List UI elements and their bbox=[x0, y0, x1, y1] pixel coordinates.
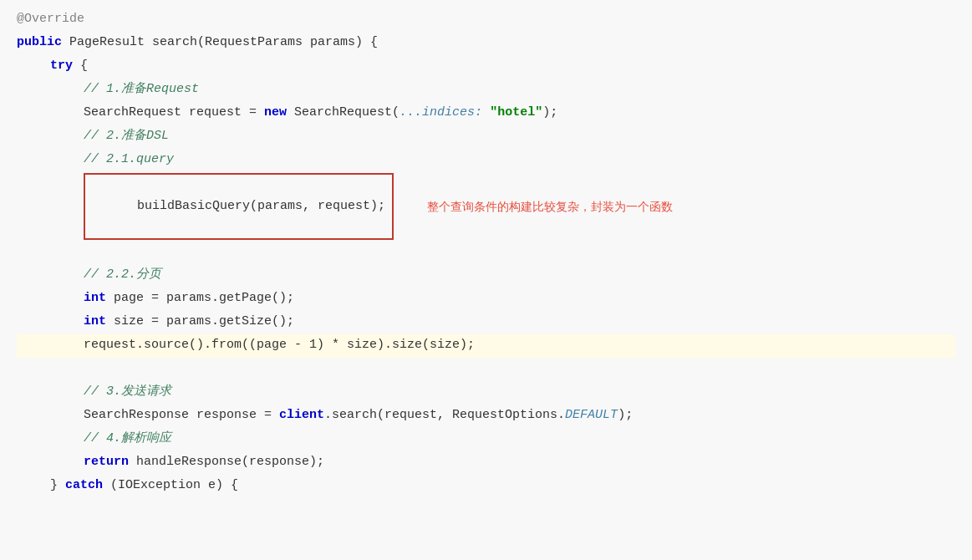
line-return: return handleResponse(response); bbox=[17, 451, 955, 475]
line-override: @Override bbox=[17, 8, 955, 32]
comment-3: // 3.发送请求 bbox=[84, 382, 171, 402]
boxed-build-query: buildBasicQuery(params, request); bbox=[84, 173, 394, 240]
search-request-call: SearchRequest( bbox=[287, 103, 399, 123]
search-end: ); bbox=[618, 405, 633, 425]
line-int-size: int size = params.getSize(); bbox=[17, 311, 955, 334]
keyword-int-page: int bbox=[84, 288, 106, 308]
method-signature: PageResult search(RequestParams params) … bbox=[62, 33, 378, 53]
try-brace: { bbox=[73, 56, 88, 76]
comment-2-1: // 2.1.query bbox=[84, 150, 174, 170]
catch-brace-open: } bbox=[50, 476, 65, 496]
line-comment22: // 2.2.分页 bbox=[17, 264, 955, 288]
param-hint: ...indices: bbox=[399, 103, 490, 123]
line-method-sig: public PageResult search(RequestParams p… bbox=[17, 32, 955, 55]
line-catch: } catch (IOException e) { bbox=[17, 475, 955, 498]
code-editor: @Override public PageResult search(Reque… bbox=[0, 0, 972, 560]
search-request-end: ); bbox=[542, 103, 557, 123]
size-var: size = params.getSize(); bbox=[106, 312, 294, 332]
line-int-page: int page = params.getPage(); bbox=[17, 288, 955, 311]
line-blank2 bbox=[17, 358, 955, 381]
comment-2-2: // 2.2.分页 bbox=[84, 265, 161, 285]
comment-1: // 1.准备Request bbox=[84, 79, 199, 99]
build-query-call: buildBasicQuery(params, request); bbox=[137, 199, 385, 213]
comment-4: // 4.解析响应 bbox=[84, 429, 171, 449]
request-source-call: request.source().from((page - 1) * size)… bbox=[84, 335, 475, 355]
keyword-catch: catch bbox=[65, 476, 103, 496]
annotation-tag: @Override bbox=[17, 9, 84, 29]
line-comment4: // 4.解析响应 bbox=[17, 428, 955, 451]
line-comment2: // 2.准备DSL bbox=[17, 125, 955, 149]
default-option: DEFAULT bbox=[565, 405, 618, 425]
line-comment21: // 2.1.query bbox=[17, 149, 955, 172]
line-comment3: // 3.发送请求 bbox=[17, 381, 955, 405]
handle-response: handleResponse(response); bbox=[129, 452, 324, 472]
line-search-response: SearchResponse response = client.search(… bbox=[17, 405, 955, 428]
keyword-client: client bbox=[279, 405, 324, 425]
line-comment1: // 1.准备Request bbox=[17, 79, 955, 102]
keyword-try: try bbox=[50, 56, 73, 76]
line-try: try { bbox=[17, 55, 955, 79]
keyword-new: new bbox=[264, 103, 287, 123]
comment-2: // 2.准备DSL bbox=[84, 126, 169, 146]
line-search-request: SearchRequest request = new SearchReques… bbox=[17, 102, 955, 125]
keyword-return: return bbox=[84, 452, 129, 472]
page-var: page = params.getPage(); bbox=[106, 288, 294, 308]
line-request-source: request.source().from((page - 1) * size)… bbox=[17, 334, 955, 358]
keyword-public: public bbox=[17, 33, 62, 53]
line-blank1 bbox=[17, 241, 955, 264]
search-call: .search(request, RequestOptions. bbox=[324, 405, 565, 425]
string-hotel: "hotel" bbox=[490, 103, 542, 123]
keyword-int-size: int bbox=[84, 312, 106, 332]
search-request-prefix: SearchRequest request = bbox=[84, 103, 264, 123]
build-query-annotation: 整个查询条件的构建比较复杂，封装为一个函数 bbox=[427, 197, 673, 216]
line-build-query: buildBasicQuery(params, request); 整个查询条件… bbox=[17, 172, 955, 241]
catch-params: (IOException e) { bbox=[103, 476, 238, 496]
search-response-prefix: SearchResponse response = bbox=[84, 405, 279, 425]
